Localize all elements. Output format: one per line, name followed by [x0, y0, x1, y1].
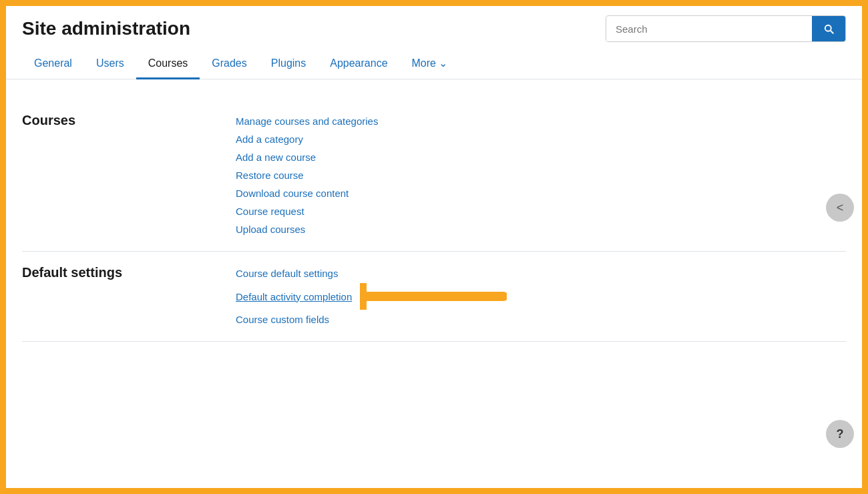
default-settings-title: Default settings: [22, 265, 236, 328]
search-input[interactable]: [606, 17, 812, 41]
link-add-new-course[interactable]: Add a new course: [236, 149, 378, 166]
default-settings-section: Default settings Course default settings…: [22, 252, 846, 342]
arrow-annotation: [360, 283, 507, 310]
chevron-down-icon: ⌄: [439, 57, 447, 69]
nav-item-appearance[interactable]: Appearance: [318, 49, 399, 79]
site-title: Site administration: [22, 18, 190, 39]
link-restore-course[interactable]: Restore course: [236, 167, 378, 184]
main-content: Courses Manage courses and categories Ad…: [6, 79, 862, 355]
link-course-custom-fields[interactable]: Course custom fields: [236, 311, 507, 328]
nav-item-users[interactable]: Users: [84, 49, 136, 79]
search-icon: [823, 23, 835, 35]
courses-section-title: Courses: [22, 113, 236, 238]
link-add-category[interactable]: Add a category: [236, 131, 378, 148]
nav-item-plugins[interactable]: Plugins: [259, 49, 318, 79]
link-course-default-settings[interactable]: Course default settings: [236, 265, 507, 282]
link-default-activity-completion[interactable]: Default activity completion: [236, 288, 352, 305]
nav-item-courses[interactable]: Courses: [136, 49, 200, 79]
chevron-left-icon: <: [837, 201, 844, 215]
nav-bar: General Users Courses Grades Plugins App…: [6, 49, 862, 79]
courses-section: Courses Manage courses and categories Ad…: [22, 99, 846, 252]
link-upload-courses[interactable]: Upload courses: [236, 221, 378, 238]
search-bar: [606, 15, 846, 42]
page-container: Site administration General Users Course…: [4, 4, 864, 490]
nav-item-more-label: More: [412, 57, 436, 69]
link-course-request[interactable]: Course request: [236, 203, 378, 220]
nav-item-grades[interactable]: Grades: [200, 49, 258, 79]
help-button[interactable]: ?: [826, 420, 854, 448]
help-icon: ?: [837, 427, 844, 441]
nav-item-general[interactable]: General: [22, 49, 84, 79]
default-settings-links: Course default settings Default activity…: [236, 265, 507, 328]
search-button[interactable]: [812, 16, 845, 41]
scroll-back-button[interactable]: <: [826, 194, 854, 222]
link-download-course-content[interactable]: Download course content: [236, 185, 378, 202]
courses-links: Manage courses and categories Add a cate…: [236, 113, 378, 238]
default-activity-completion-row: Default activity completion: [236, 283, 507, 310]
header: Site administration: [6, 6, 862, 49]
link-manage-courses[interactable]: Manage courses and categories: [236, 113, 378, 130]
nav-item-more[interactable]: More ⌄: [400, 49, 459, 79]
